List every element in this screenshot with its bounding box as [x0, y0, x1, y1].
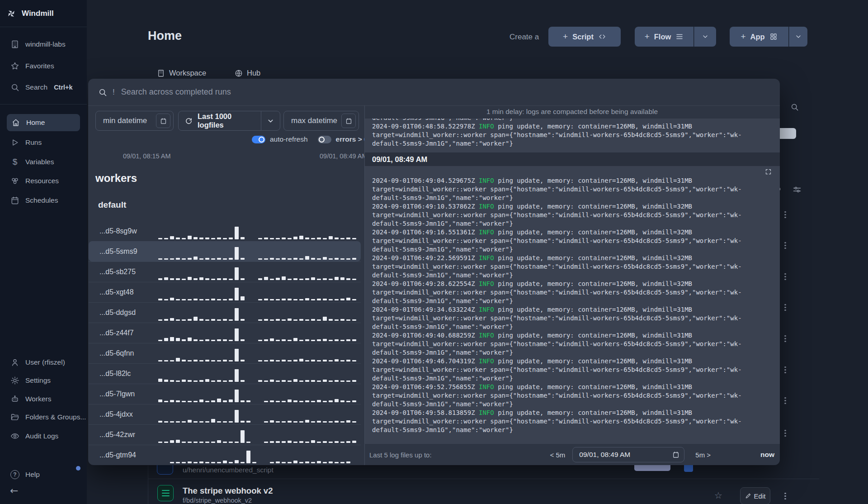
- create-app-label: App: [750, 33, 765, 41]
- now-button[interactable]: now: [760, 451, 774, 459]
- kebab-menu-icon[interactable]: [784, 491, 786, 501]
- worker-row[interactable]: ...d5-z44f7: [89, 323, 361, 343]
- dollar-icon: $: [10, 157, 20, 167]
- log-line: 2024-09-01T06:49:10.537862Z INFO ping up…: [372, 202, 780, 211]
- worker-activity-sparkline: [158, 287, 356, 300]
- sidebar-item-variables[interactable]: $ Variables: [0, 153, 87, 171]
- kebab-menu-icon[interactable]: [784, 241, 786, 250]
- worker-name: ...d5-7lgwn: [99, 390, 158, 398]
- worker-row[interactable]: ...d5-ddgsd: [89, 302, 361, 323]
- plus-icon: +: [741, 32, 745, 42]
- flow-path: f/bd/stripe_webhook_v2: [183, 497, 252, 504]
- logfiles-selector[interactable]: Last 1000 logfiles: [178, 111, 280, 131]
- log-line: default-5sms9-Jmn1G","name":"worker"}: [372, 194, 780, 202]
- runs-search-modal: ! min datetime Last 1000 logfiles max da…: [88, 79, 780, 465]
- windmill-logo-icon: [6, 9, 16, 19]
- worker-name: ...d5-42zwr: [99, 431, 158, 439]
- search-icon: [98, 88, 107, 97]
- sidebar-item-favorites[interactable]: Favorites: [0, 57, 87, 75]
- sidebar-item-search[interactable]: Search Ctrl+k: [0, 78, 87, 96]
- log-line: 2024-09-01T06:49:28.622554Z INFO ping up…: [372, 280, 780, 288]
- tab-workspace[interactable]: Workspace: [157, 69, 206, 77]
- create-flow-button[interactable]: + Flow: [635, 27, 693, 47]
- flow-title[interactable]: The stripe webhook v2: [183, 486, 273, 496]
- tab-hub[interactable]: Hub: [235, 69, 260, 77]
- search-icon: [10, 82, 20, 92]
- worker-row[interactable]: ...d5-6qfnn: [89, 343, 361, 363]
- log-line: 2024-09-01T06:49:46.704319Z INFO ping up…: [372, 357, 780, 366]
- calendar-icon[interactable]: [341, 114, 356, 128]
- create-script-label: Script: [572, 33, 594, 41]
- sidebar-item-label: Folders & Groups...: [25, 413, 86, 421]
- sidebar-item-workers[interactable]: Workers: [0, 390, 87, 408]
- worker-name: ...d5-xgt48: [99, 288, 158, 296]
- kebab-menu-icon[interactable]: [784, 428, 786, 438]
- log-line: 2024-09-01T06:49:16.551361Z INFO ping up…: [372, 228, 780, 237]
- range-start-timestamp: 09/01, 08:15 AM: [123, 152, 171, 160]
- worker-row[interactable]: ...d5-4jdxx: [89, 404, 361, 424]
- kebab-menu-icon[interactable]: [784, 365, 786, 375]
- create-app-button[interactable]: + App: [730, 27, 788, 47]
- kebab-menu-icon[interactable]: [784, 210, 786, 219]
- auto-refresh-toggle[interactable]: [252, 136, 265, 143]
- sidebar-item-help[interactable]: ? Help: [0, 466, 87, 484]
- range-end-timestamp: 09/01, 08:49 AM: [320, 152, 368, 160]
- worker-row[interactable]: ...d5-42zwr: [89, 424, 361, 445]
- resources-icon: [10, 176, 20, 186]
- flow-dropdown-toggle[interactable]: [694, 27, 716, 47]
- worker-row[interactable]: ...d5-5sms9: [89, 241, 361, 262]
- filter-sliders-icon[interactable]: [793, 185, 802, 194]
- sidebar-item-runs[interactable]: Runs: [0, 133, 87, 152]
- expand-icon[interactable]: [765, 168, 772, 175]
- chevron-down-icon[interactable]: [267, 117, 274, 125]
- worker-row[interactable]: ...d5-l82lc: [89, 363, 361, 384]
- completed-runs-search-input[interactable]: [120, 87, 780, 97]
- sidebar: Windmill windmill-labs Favorites Search …: [0, 0, 87, 504]
- sidebar-item-schedules[interactable]: Schedules: [0, 191, 87, 209]
- app-dropdown-toggle[interactable]: [789, 27, 807, 47]
- sidebar-item-folders[interactable]: Folders & Groups...: [0, 408, 87, 426]
- calendar-icon[interactable]: [672, 451, 679, 458]
- errors-filter-label: errors > 0: [336, 135, 368, 143]
- sidebar-item-user[interactable]: User (rfiszel): [0, 353, 87, 371]
- errors-toggle[interactable]: [318, 136, 331, 143]
- worker-row[interactable]: ...d5-xgt48: [89, 282, 361, 302]
- log-line: 2024-09-01T06:49:52.756855Z INFO ping up…: [372, 383, 780, 391]
- log-line: default-5sms9-Jmn1G","name":"worker"}: [372, 119, 780, 122]
- tab-label: Hub: [247, 69, 260, 77]
- collapse-sidebar-arrow[interactable]: ←: [10, 485, 18, 496]
- sidebar-item-settings[interactable]: Settings: [0, 371, 87, 390]
- worker-row[interactable]: ...d5-7lgwn: [89, 384, 361, 404]
- sidebar-item-home[interactable]: Home: [7, 114, 80, 131]
- prev-5m-button[interactable]: < 5m: [550, 451, 566, 459]
- globe-icon: [235, 69, 243, 77]
- worker-row[interactable]: ...d5-sb275: [89, 262, 361, 282]
- worker-row[interactable]: ...d5-gtm94: [89, 445, 361, 465]
- kebab-menu-icon[interactable]: [784, 334, 786, 343]
- log-line: default-5sms9-Jmn1G","name":"worker"}: [372, 219, 780, 228]
- search-icon[interactable]: [790, 103, 799, 111]
- create-script-button[interactable]: + Script: [548, 27, 621, 47]
- sidebar-item-resources[interactable]: Resources: [0, 172, 87, 190]
- kebab-menu-icon[interactable]: [784, 396, 786, 405]
- script-path[interactable]: u/henri/unencumbered_script: [183, 466, 274, 474]
- max-datetime-input[interactable]: max datetime: [283, 111, 359, 131]
- sidebar-divider: [0, 104, 87, 105]
- max-datetime-label: max datetime: [291, 116, 337, 125]
- min-datetime-input[interactable]: min datetime: [95, 111, 174, 131]
- calendar-icon[interactable]: [156, 114, 170, 128]
- log-line: target=windmill_worker::worker span={"ho…: [372, 417, 780, 426]
- favorite-star-icon[interactable]: ☆: [714, 490, 722, 501]
- sidebar-divider: [0, 27, 87, 27]
- next-5m-button[interactable]: 5m >: [695, 451, 711, 459]
- sidebar-item-workspace[interactable]: windmill-labs: [0, 35, 87, 53]
- log-block-current: 2024-09-01T06:49:04.529675Z INFO ping up…: [365, 166, 780, 443]
- log-datetime-input[interactable]: 09/01, 08:49 AM: [572, 447, 684, 462]
- sidebar-item-audit-logs[interactable]: Audit Logs: [0, 427, 87, 445]
- worker-row[interactable]: ...d5-8sg9w: [89, 221, 361, 241]
- play-icon: [10, 138, 20, 147]
- kebab-menu-icon[interactable]: [784, 272, 786, 281]
- log-line: 2024-09-01T06:49:58.813859Z INFO ping up…: [372, 409, 780, 417]
- edit-button[interactable]: Edit: [740, 487, 770, 504]
- kebab-menu-icon[interactable]: [784, 303, 786, 312]
